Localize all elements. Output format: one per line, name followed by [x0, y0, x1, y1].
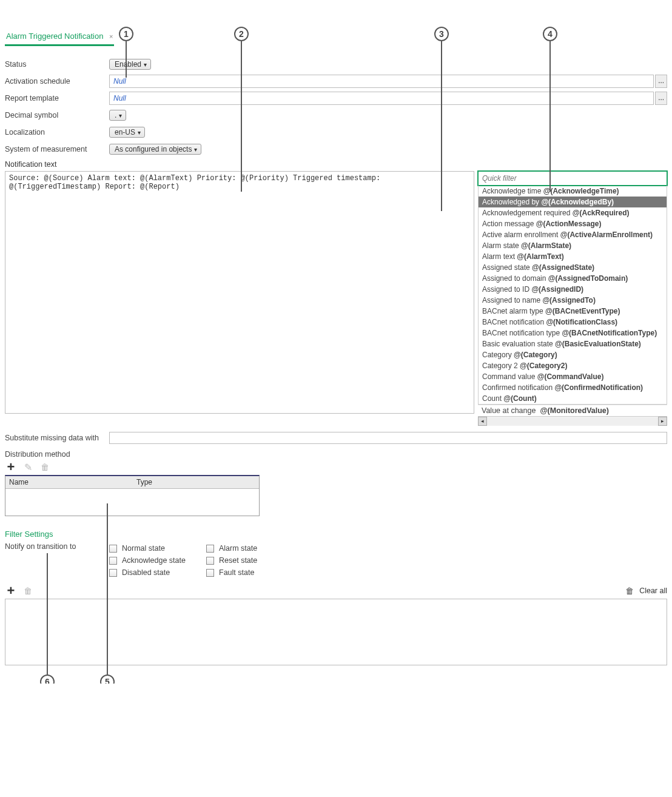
checkbox-label: Alarm state — [219, 544, 257, 553]
checkbox-label: Fault state — [219, 568, 254, 577]
missing-label: Substitute missing data with — [5, 434, 109, 442]
transition-option[interactable]: Acknowledge state — [109, 554, 206, 567]
transition-option[interactable]: Fault state — [206, 567, 291, 579]
substitution-item[interactable]: Category @(Category) — [479, 349, 667, 360]
sub-label: Assigned state — [482, 263, 532, 272]
substitution-item[interactable]: BACnet notification @(NotificationClass) — [479, 317, 667, 328]
substitution-item[interactable]: Basic evaluation state @(BasicEvaluation… — [479, 338, 667, 349]
notif-label: Notification text — [5, 159, 109, 169]
status-select[interactable]: Enabled — [109, 59, 151, 70]
sub-label: BACnet notification type — [482, 329, 562, 337]
status-label: Status — [5, 60, 109, 69]
delete-distribution-button — [39, 461, 51, 473]
sub-token: @(AlarmText) — [517, 252, 564, 261]
transition-option[interactable]: Reset state — [206, 554, 291, 567]
dist-col-name: Name — [5, 476, 133, 488]
sub-label: Confirmed notification — [482, 383, 554, 392]
sub-token: @(NotificationClass) — [546, 318, 617, 326]
transition-option[interactable]: Normal state — [109, 542, 206, 554]
localization-select[interactable]: en-US — [109, 127, 145, 138]
substitution-item[interactable]: Confirmed notification @(ConfirmedNotifi… — [479, 382, 667, 393]
sub-token: @(BACnetEventType) — [545, 307, 620, 315]
transition-option[interactable]: Alarm state — [206, 542, 291, 554]
substitution-list[interactable]: Acknowledge time @(AcknowledgeTime)Ackno… — [478, 186, 667, 405]
clear-all-button[interactable]: Clear all — [623, 585, 667, 597]
add-distribution-button[interactable] — [5, 461, 17, 473]
sub-label: Active alarm enrollment — [482, 230, 560, 239]
substitution-scrollbar[interactable]: ◂ ▸ — [478, 416, 667, 426]
checkbox-icon[interactable] — [206, 569, 214, 577]
report-input[interactable] — [109, 92, 654, 105]
add-filter-button[interactable] — [5, 585, 17, 597]
transition-option[interactable]: Disabled state — [109, 567, 206, 579]
delete-filter-button — [22, 585, 34, 597]
close-icon[interactable]: × — [109, 33, 113, 40]
callout-line-1 — [126, 41, 127, 78]
scroll-right-icon[interactable]: ▸ — [658, 417, 667, 426]
filter-list[interactable] — [5, 599, 667, 665]
substitution-item[interactable]: BACnet notification type @(BACnetNotific… — [479, 328, 667, 338]
distribution-table[interactable]: Name Type — [5, 475, 260, 516]
callout-line-4 — [549, 41, 551, 192]
sub-token: @(AssignedState) — [532, 263, 594, 272]
substitution-item[interactable]: Command value @(CommandValue) — [479, 371, 667, 382]
sub-token: @(AssignedID) — [531, 285, 583, 294]
activation-browse-button[interactable]: ... — [655, 75, 667, 88]
substitution-item-fixed[interactable]: Value at change @(MonitoredValue) — [478, 405, 667, 416]
checkbox-icon[interactable] — [109, 557, 117, 565]
substitution-item[interactable]: Category 2 @(Category2) — [479, 360, 667, 371]
sub-label: Acknowledgement required — [482, 209, 573, 217]
localization-label: Localization — [5, 128, 109, 136]
substitution-item[interactable]: Action message @(ActionMessage) — [479, 218, 667, 229]
substitution-item[interactable]: BACnet alarm type @(BACnetEventType) — [479, 306, 667, 317]
sub-token: @(BACnetNotificationType) — [562, 329, 657, 337]
sub-token: @(Count) — [503, 394, 536, 403]
substitution-item[interactable]: Assigned to name @(AssignedTo) — [479, 295, 667, 306]
checkbox-icon[interactable] — [206, 557, 214, 565]
sub-label: Value at change — [482, 406, 536, 415]
checkbox-icon[interactable] — [206, 545, 214, 553]
dist-label: Distribution method — [5, 450, 667, 459]
quick-filter-input[interactable] — [478, 171, 667, 186]
substitution-item[interactable]: Alarm state @(AlarmState) — [479, 240, 667, 251]
callout-line-3 — [441, 41, 442, 211]
tab-alarm-notification[interactable]: Alarm Triggered Notification × — [5, 29, 114, 46]
sub-label: Alarm state — [482, 241, 521, 250]
som-select[interactable]: As configured in objects — [109, 144, 201, 155]
sub-token: @(CommandValue) — [537, 372, 604, 381]
sub-label: Alarm text — [482, 252, 517, 261]
checkbox-icon[interactable] — [109, 545, 117, 553]
substitution-item[interactable]: Acknowledged by @(AcknowledgedBy) — [479, 197, 667, 207]
report-label: Report template — [5, 94, 109, 103]
substitution-item[interactable]: Count @(Count) — [479, 393, 667, 404]
checkbox-label: Disabled state — [122, 568, 170, 577]
sub-label: Category 2 — [482, 362, 520, 370]
activation-input[interactable] — [109, 75, 654, 88]
sub-token: @(Category2) — [520, 362, 567, 370]
substitution-item[interactable]: Active alarm enrollment @(ActiveAlarmEnr… — [479, 229, 667, 240]
sub-token: @(AssignedTo) — [542, 296, 595, 304]
checkbox-icon[interactable] — [109, 569, 117, 577]
report-browse-button[interactable]: ... — [655, 92, 667, 105]
sub-token: @(AcknowledgeTime) — [543, 187, 619, 195]
substitution-item[interactable]: Assigned to domain @(AssignedToDomain) — [479, 273, 667, 284]
substitution-item[interactable]: Acknowledge time @(AcknowledgeTime) — [479, 186, 667, 197]
checkbox-label: Acknowledge state — [122, 556, 186, 565]
sub-label: Count — [482, 394, 503, 403]
sub-token: @(AckRequired) — [573, 209, 630, 217]
distribution-body[interactable] — [5, 489, 259, 516]
substitution-item[interactable]: Acknowledgement required @(AckRequired) — [479, 207, 667, 218]
sub-label: BACnet alarm type — [482, 307, 545, 315]
substitution-item[interactable]: Assigned to ID @(AssignedID) — [479, 284, 667, 295]
callout-5: 5 — [100, 674, 115, 684]
callout-line-5 — [107, 503, 108, 674]
scroll-left-icon[interactable]: ◂ — [478, 417, 487, 426]
decimal-select[interactable]: . — [109, 110, 126, 121]
scroll-track[interactable] — [488, 418, 657, 425]
notification-text-area[interactable]: Source: @(Source) Alarm text: @(AlarmTex… — [5, 171, 474, 414]
dist-col-type: Type — [133, 476, 259, 488]
substitution-item[interactable]: Alarm text @(AlarmText) — [479, 251, 667, 262]
substitution-item[interactable]: Assigned state @(AssignedState) — [479, 262, 667, 273]
som-label: System of measurement — [5, 145, 109, 153]
missing-input[interactable] — [109, 432, 667, 444]
